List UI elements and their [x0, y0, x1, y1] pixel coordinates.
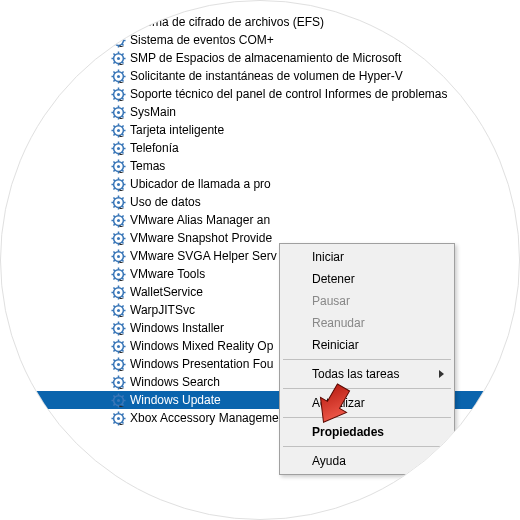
svg-line-216	[122, 385, 124, 387]
gear-icon	[111, 213, 126, 228]
service-item[interactable]: Uso de datos	[1, 193, 520, 211]
gear-icon	[111, 249, 126, 264]
service-label: WalletService	[130, 285, 203, 299]
svg-line-6	[122, 7, 124, 9]
svg-line-157	[122, 269, 124, 271]
gear-icon	[111, 69, 126, 84]
svg-point-169	[117, 291, 120, 294]
menu-pause: Pausar	[282, 290, 452, 312]
svg-line-96	[122, 169, 124, 171]
svg-line-78	[113, 133, 115, 135]
svg-line-218	[113, 385, 115, 387]
svg-point-59	[117, 93, 120, 96]
menu-help[interactable]: Ayuda	[282, 450, 452, 472]
menu-stop[interactable]: Detener	[282, 268, 452, 290]
gear-icon	[111, 87, 126, 102]
svg-line-155	[113, 269, 115, 271]
svg-line-128	[113, 223, 115, 225]
svg-line-77	[122, 125, 124, 127]
svg-line-176	[122, 313, 124, 315]
gear-icon	[111, 375, 126, 390]
service-label: Temas	[130, 159, 165, 173]
svg-point-229	[117, 399, 120, 402]
service-label: VMware Snapshot Provide	[130, 231, 272, 245]
svg-line-166	[122, 295, 124, 297]
service-item[interactable]: SMP de Espacios de almacenamiento de Mic…	[1, 49, 520, 67]
svg-line-87	[122, 143, 124, 145]
svg-line-116	[122, 205, 124, 207]
menu-all-tasks[interactable]: Todas las tareas	[282, 363, 452, 385]
service-item[interactable]: Tarjeta inteligente	[1, 121, 520, 139]
service-label: Ubicador de llamada a pro	[130, 177, 271, 191]
svg-line-105	[113, 179, 115, 181]
svg-point-29	[117, 39, 120, 42]
menu-start[interactable]: Iniciar	[282, 246, 452, 268]
service-item[interactable]: Soporte técnico del panel de control Inf…	[1, 85, 520, 103]
svg-line-207	[122, 359, 124, 361]
service-item[interactable]: SysMain	[1, 103, 520, 121]
svg-line-17	[122, 17, 124, 19]
svg-line-225	[113, 395, 115, 397]
svg-point-9	[117, 3, 120, 6]
service-label: …tema de cifrado de archivos (EFS)	[130, 15, 324, 29]
menu-properties[interactable]: Propiedades	[282, 421, 452, 443]
svg-line-97	[122, 161, 124, 163]
svg-line-186	[122, 331, 124, 333]
svg-line-115	[113, 197, 115, 199]
svg-line-38	[113, 61, 115, 63]
svg-line-26	[122, 43, 124, 45]
service-label: Windows Installer	[130, 321, 224, 335]
svg-point-0	[114, 0, 124, 9]
svg-point-10	[114, 17, 124, 27]
service-item[interactable]: VMware Alias Manager an	[1, 211, 520, 229]
service-item[interactable]: …ost_5a210	[1, 0, 520, 13]
service-item[interactable]: Sistema de eventos COM+	[1, 31, 520, 49]
service-item[interactable]: Solicitante de instantáneas de volumen d…	[1, 67, 520, 85]
service-label: VMware Tools	[130, 267, 205, 281]
service-item[interactable]: Telefonía	[1, 139, 520, 157]
menu-restart[interactable]: Reiniciar	[282, 334, 452, 356]
svg-line-98	[113, 169, 115, 171]
service-item[interactable]: …tema de cifrado de archivos (EFS)	[1, 13, 520, 31]
svg-point-49	[117, 75, 120, 78]
service-label: SysMain	[130, 105, 176, 119]
svg-line-156	[122, 277, 124, 279]
service-label: Windows Mixed Reality Op	[130, 339, 273, 353]
svg-line-67	[122, 107, 124, 109]
menu-refresh[interactable]: Actualizar	[282, 392, 452, 414]
service-item[interactable]: Ubicador de llamada a pro	[1, 175, 520, 193]
svg-line-185	[113, 323, 115, 325]
service-label: SMP de Espacios de almacenamiento de Mic…	[130, 51, 401, 65]
gear-icon	[111, 267, 126, 282]
svg-point-79	[117, 129, 120, 132]
svg-line-107	[122, 179, 124, 181]
svg-line-108	[113, 187, 115, 189]
gear-icon	[111, 177, 126, 192]
service-item[interactable]: Temas	[1, 157, 520, 175]
svg-line-165	[113, 287, 115, 289]
svg-line-66	[122, 115, 124, 117]
gear-icon	[111, 0, 126, 12]
svg-line-137	[122, 233, 124, 235]
svg-line-145	[113, 251, 115, 253]
service-label: Windows Presentation Fou	[130, 357, 273, 371]
svg-point-219	[117, 381, 120, 384]
svg-line-196	[122, 349, 124, 351]
gear-icon	[111, 159, 126, 174]
svg-point-209	[117, 363, 120, 366]
svg-line-56	[122, 97, 124, 99]
service-label: Telefonía	[130, 141, 179, 155]
service-label: Solicitante de instantáneas de volumen d…	[130, 69, 403, 83]
svg-line-146	[122, 259, 124, 261]
service-label: Uso de datos	[130, 195, 201, 209]
gear-icon	[111, 105, 126, 120]
svg-line-95	[113, 161, 115, 163]
svg-line-158	[113, 277, 115, 279]
gear-icon	[111, 411, 126, 426]
service-label: VMware Alias Manager an	[130, 213, 270, 227]
gear-icon	[111, 195, 126, 210]
svg-line-106	[122, 187, 124, 189]
svg-line-226	[122, 403, 124, 405]
svg-point-89	[117, 147, 120, 150]
svg-line-86	[122, 151, 124, 153]
